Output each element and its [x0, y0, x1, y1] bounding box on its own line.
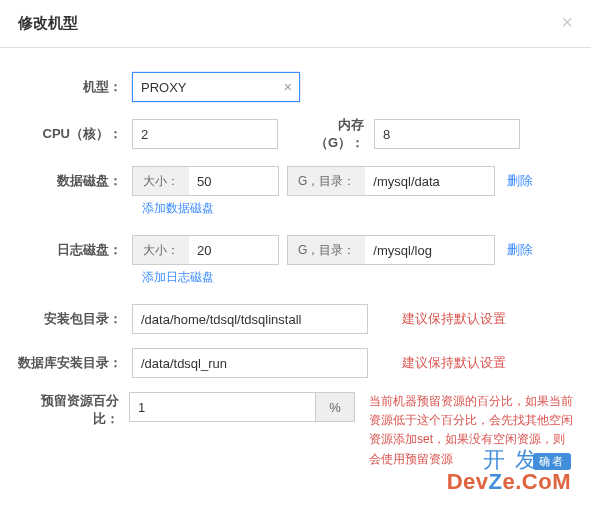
- db-install-hint: 建议保持默认设置: [402, 354, 506, 372]
- unit-addon: G，目录：: [287, 235, 365, 265]
- clear-icon[interactable]: ×: [284, 79, 292, 95]
- install-pkg-label: 安装包目录：: [18, 310, 132, 328]
- percent-addon: %: [315, 392, 355, 422]
- type-label: 机型：: [18, 78, 132, 96]
- add-data-disk-link[interactable]: 添加数据磁盘: [142, 200, 214, 217]
- db-install-input[interactable]: [132, 348, 368, 378]
- watermark-badge: 确者: [533, 453, 571, 470]
- type-input[interactable]: [132, 72, 300, 102]
- delete-data-disk-link[interactable]: 删除: [507, 172, 533, 190]
- delete-log-disk-link[interactable]: 删除: [507, 241, 533, 259]
- log-disk-label: 日志磁盘：: [18, 241, 132, 259]
- add-log-disk-link[interactable]: 添加日志磁盘: [142, 269, 214, 286]
- mem-input[interactable]: [374, 119, 520, 149]
- data-disk-group: 大小： G，目录：: [132, 166, 495, 196]
- log-disk-size-input[interactable]: [189, 235, 279, 265]
- data-disk-dir-input[interactable]: [365, 166, 495, 196]
- modal-title: 修改机型: [18, 14, 78, 31]
- install-pkg-input[interactable]: [132, 304, 368, 334]
- data-disk-label: 数据磁盘：: [18, 172, 132, 190]
- log-disk-dir-input[interactable]: [365, 235, 495, 265]
- modal-body: 机型： × CPU（核）： 内存（G）： 数据磁盘： 大小： G，目录： 删除 …: [0, 48, 591, 499]
- mem-label: 内存（G）：: [278, 116, 374, 152]
- cpu-input[interactable]: [132, 119, 278, 149]
- watermark-bottom: DevZe.CoM: [447, 471, 571, 493]
- data-disk-size-input[interactable]: [189, 166, 279, 196]
- size-addon: 大小：: [132, 235, 189, 265]
- log-disk-group: 大小： G，目录：: [132, 235, 495, 265]
- reserve-input[interactable]: [129, 392, 315, 422]
- watermark: 开 发 确者 DevZe.CoM: [447, 449, 571, 493]
- modal-header: 修改机型 ×: [0, 0, 591, 48]
- watermark-top: 开 发: [483, 447, 539, 472]
- size-addon: 大小：: [132, 166, 189, 196]
- reserve-label: 预留资源百分比：: [18, 392, 129, 428]
- close-icon[interactable]: ×: [561, 12, 573, 32]
- cpu-label: CPU（核）：: [18, 125, 132, 143]
- install-pkg-hint: 建议保持默认设置: [402, 310, 506, 328]
- db-install-label: 数据库安装目录：: [18, 354, 132, 372]
- unit-addon: G，目录：: [287, 166, 365, 196]
